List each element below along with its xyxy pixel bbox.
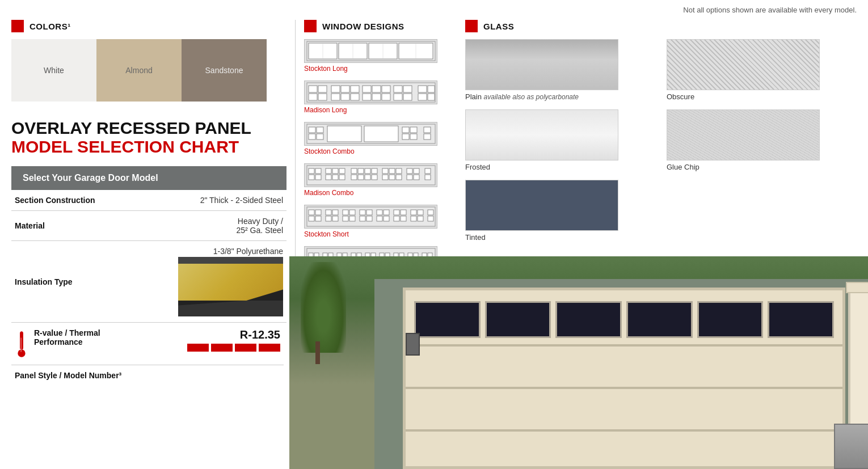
svg-rect-97 [366,216,372,221]
svg-rect-42 [327,126,361,142]
svg-rect-72 [382,175,388,180]
svg-rect-29 [394,86,402,92]
garage-window-5 [697,301,764,338]
svg-rect-92 [343,216,348,221]
svg-rect-33 [418,86,427,92]
window-design-madison-long: Madison Long [304,81,445,114]
thermometer-icon [15,331,28,359]
glass-grid: Plain available also as polycarbonate Ob… [465,39,857,242]
left-column: COLORS¹ White Almond Sandstone OVERLAY R… [11,20,295,386]
window-design-stockton-short: Stockton Short [304,205,445,238]
svg-rect-88 [326,216,331,221]
color-swatch-sandstone[interactable]: Sandstone [182,39,267,102]
svg-rect-93 [349,216,355,221]
svg-rect-84 [309,216,314,221]
svg-rect-68 [372,175,377,180]
svg-rect-106 [411,210,416,215]
svg-rect-111 [428,216,433,221]
svg-rect-71 [396,168,402,174]
svg-rect-107 [418,210,423,215]
tree-left [295,262,352,375]
select-bar: Select Your Garage Door Model [11,166,286,190]
svg-rect-22 [351,94,359,100]
spec-value-insulation: 1-3/8" Polyurethane [108,241,286,323]
svg-rect-66 [358,175,364,180]
svg-rect-98 [377,210,382,215]
svg-rect-75 [407,168,412,174]
pillar-cap [846,282,868,293]
window-design-label-stockton-short: Stockton Short [304,230,445,238]
svg-rect-73 [389,175,395,180]
svg-rect-46 [424,127,431,133]
glass-item-tinted: Tinted [465,180,655,242]
svg-rect-14 [318,86,327,92]
svg-rect-63 [365,168,370,174]
svg-rect-43 [364,126,398,142]
svg-rect-41 [317,134,323,140]
svg-rect-16 [318,94,327,100]
window-design-img-stockton-long [304,39,437,63]
svg-rect-87 [332,210,338,215]
svg-rect-17 [331,86,340,92]
glass-label-gluechip: Glue Chip [667,163,857,171]
spec-row-insulation: Insulation Type 1-3/8" Polyurethane [11,241,286,323]
svg-rect-79 [425,168,431,174]
garage-window-row [406,290,842,344]
svg-rect-56 [332,168,338,174]
color-swatch-white[interactable]: White [11,39,96,102]
overlay-title-block: OVERLAY RECESSED PANEL MODEL SELECTION C… [11,119,284,156]
glass-img-plain [465,39,618,90]
window-design-img-stockton-short [304,205,437,229]
wall-lamp [406,333,420,356]
glass-red-icon [465,20,478,32]
svg-rect-74 [396,175,402,180]
svg-rect-36 [428,94,435,100]
glass-label-frosted: Frosted [465,163,655,171]
glass-section-header: GLASS [465,20,857,32]
glass-img-tinted [465,180,618,231]
garage-panel-row-4 [406,429,842,469]
garage-panel-row-3 [406,387,842,429]
spec-value-material: Heavy Duty /25² Ga. Steel [108,211,286,241]
svg-rect-55 [326,168,331,174]
svg-rect-45 [410,127,417,133]
garage-window-1 [414,301,481,338]
glass-img-frosted [465,109,618,160]
glass-item-frosted: Frosted [465,109,655,171]
window-design-stockton-combo: Stockton Combo [304,122,445,155]
window-design-label-stockton-combo: Stockton Combo [304,147,445,155]
color-swatch-almond[interactable]: Almond [96,39,182,102]
svg-rect-15 [309,94,317,100]
overlay-line2: MODEL SELECTION CHART [11,137,284,156]
svg-rect-89 [332,216,338,221]
svg-rect-23 [363,86,371,92]
svg-rect-57 [339,168,345,174]
garage-door [403,288,845,469]
svg-rect-58 [326,175,331,180]
svg-rect-100 [377,216,382,221]
svg-rect-99 [384,210,389,215]
svg-rect-61 [351,168,357,174]
svg-rect-82 [309,210,314,215]
svg-rect-53 [309,175,314,180]
window-design-madison-combo: Madison Combo [304,163,445,197]
glass-label-plain: Plain available also as polycarbonate [465,92,655,101]
window-designs-title: WINDOW DESIGNS [322,22,404,31]
svg-rect-76 [414,168,419,174]
svg-rect-13 [309,86,317,92]
svg-rect-39 [317,127,323,133]
colors-grid: White Almond Sandstone [11,39,284,102]
rvalue-number: R-12.35 [187,328,280,341]
window-design-stockton-long: Stockton Long [304,39,445,73]
svg-rect-34 [428,86,435,92]
svg-rect-19 [351,86,359,92]
window-design-label-madison-long: Madison Long [304,106,445,114]
svg-rect-48 [410,134,417,140]
svg-rect-44 [402,127,409,133]
spec-row-material: Material Heavy Duty /25² Ga. Steel [11,211,286,241]
svg-rect-27 [372,94,381,100]
spec-label-construction: Section Construction [11,190,108,211]
overlay-line1: OVERLAY RECESSED PANEL [11,119,284,137]
rvalue-row: R-value / ThermalPerformance R-12.35 [11,323,284,365]
insulation-image [178,257,283,316]
